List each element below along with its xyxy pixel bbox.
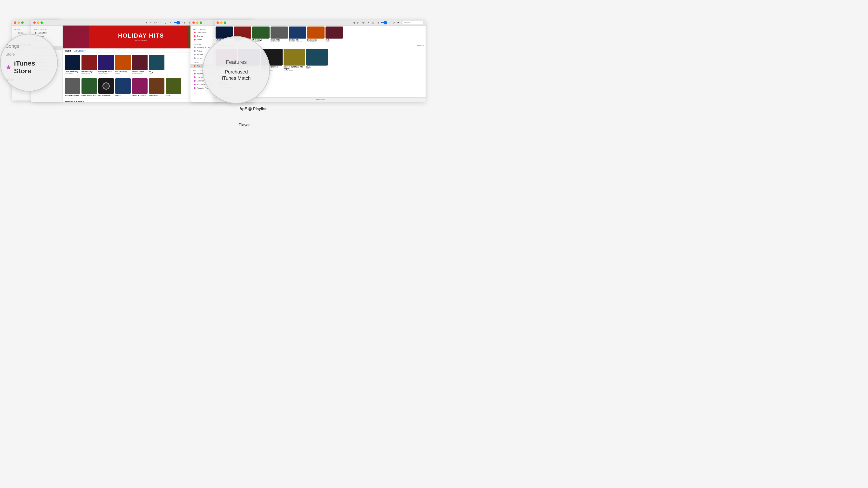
top-album-quarantunes[interactable]: Quarantunes Jason Mantis <box>307 27 324 42</box>
close-button-2[interactable] <box>33 22 36 24</box>
ape-playlist-overlay: ApE @ Playlist <box>238 106 268 111</box>
maximize-button-3[interactable] <box>199 22 202 24</box>
radio-dot-3 <box>194 39 195 40</box>
back-icon[interactable]: ◀ <box>145 22 147 24</box>
album-sonas-of-comfort[interactable]: Sonas of Comfort <box>132 78 148 96</box>
top-cover-3 <box>252 27 270 38</box>
close-button-4[interactable] <box>217 22 219 24</box>
album-cuttin-grass[interactable]: Cuttin' Grass, Vol... <box>82 78 97 96</box>
minimize-button-2[interactable] <box>37 22 39 24</box>
app2-section-apple-music: Apple Music <box>31 27 62 31</box>
album-thats-what-they-all-say[interactable]: Thats What They All Say Jack Harlow <box>65 55 80 74</box>
forward-icon[interactable]: ▶ <box>150 22 151 24</box>
purchased-dot <box>194 84 195 85</box>
volume-slider-4[interactable] <box>380 22 390 23</box>
album-we-will-always[interactable]: We Will Always Love You The Avalanches <box>132 55 148 74</box>
title-bar-4: ◀ ▶ ▶▶ ♪  ◀ ⊡ ☰ <box>215 20 426 26</box>
search-input-4[interactable] <box>402 21 424 24</box>
album-jaime[interactable]: Jaime (The... <box>149 78 164 96</box>
played-overlay: Played <box>237 123 252 128</box>
airplay-icon-4[interactable]: ⊡ <box>393 22 395 24</box>
soundtrack-cover-4 <box>283 49 305 66</box>
album-man-on-moon[interactable]: Man On the Moon <box>65 78 80 96</box>
skip-icon-4[interactable]: ▶▶ <box>362 22 365 24</box>
artists-dot <box>194 50 195 52</box>
vol-back-icon-4: ◀ <box>377 22 379 24</box>
album-cover-9 <box>98 78 114 94</box>
apple-icon-4:  <box>373 21 373 24</box>
close-button-3[interactable] <box>192 22 195 24</box>
mag-store-label: Store <box>5 52 15 57</box>
top-cover-5 <box>289 27 306 38</box>
soundtrack-saturday-night-fever[interactable]: Saturday Night Fever (The Original... Va… <box>283 49 305 71</box>
album-no-q[interactable]: No Q... Chri... <box>149 55 164 74</box>
top-album-greatest-hits-fm[interactable]: Greatest Hits Fleetwood Mac <box>271 27 288 42</box>
volume-max-icon: ▶ <box>184 22 186 24</box>
mag-itunes-match-label: iTunes Match <box>222 75 250 81</box>
minimize-button-3[interactable] <box>196 22 198 24</box>
mag-itunes-store-label: iTunes Store <box>14 60 52 75</box>
apple-icon:  <box>165 21 166 24</box>
holiday-sub: $6.99 Albums <box>118 39 164 42</box>
mag-right-content: Features Purchased iTunes Match <box>203 54 269 86</box>
album-vertigo[interactable]: Vertigo <box>115 78 131 96</box>
back-icon-4[interactable]: ◀ <box>353 22 355 24</box>
album-her-revolution[interactable]: Her Revolution / His... <box>98 78 114 96</box>
minimize-button-4[interactable] <box>220 22 222 24</box>
list-icon-4[interactable]: ☰ <box>397 22 399 24</box>
mag-purchased-label: Purchased <box>225 68 248 75</box>
album-cover-5 <box>132 55 148 70</box>
album-cover-4 <box>115 55 131 70</box>
songs-dot <box>194 57 195 59</box>
mag-playlists-label: plists <box>5 77 14 83</box>
maximize-button-1[interactable] <box>21 22 24 24</box>
maximize-button-4[interactable] <box>224 22 226 24</box>
soundtrack-cover-5 <box>306 49 328 66</box>
album-cover-13 <box>166 78 181 94</box>
listen-now-dot <box>35 32 36 34</box>
album-cover-3 <box>98 55 114 70</box>
maximize-button-2[interactable] <box>40 22 43 24</box>
music-icon: ♪ <box>16 32 17 34</box>
soundtrack-love[interactable]: Love... Vario... <box>306 49 328 71</box>
top-album-chri[interactable]: Chri... Grea... <box>326 27 343 42</box>
footer-country: United States <box>315 99 325 100</box>
top-album-greatest-hits-tp[interactable]: Greatest Hits Tom Petty & The He... <box>289 27 306 42</box>
holiday-title: HOLIDAY HITS <box>118 32 164 39</box>
album-mariah-carey[interactable]: Mariah Carey's Magical Christmas... Mari… <box>82 55 97 74</box>
albums-dot <box>194 54 195 56</box>
volume-icon: ◀ <box>169 22 171 24</box>
all-genres[interactable]: All Genres › <box>74 50 86 52</box>
top-cover-4 <box>271 27 288 38</box>
album-cyberpunk[interactable]: Cyberpunk 2077: Radio, Vol. 1... Various… <box>98 55 114 74</box>
close-button-1[interactable] <box>14 22 17 24</box>
minimize-button-1[interactable] <box>18 22 20 24</box>
skip-icon[interactable]: ▶▶ <box>154 22 157 24</box>
store-dot-3 <box>194 65 195 67</box>
see-all-soundtracks[interactable]: See All › <box>416 44 424 46</box>
sidebar-listen-now[interactable]: Listen Now <box>31 31 62 35</box>
amp-dot <box>194 73 195 74</box>
album-cover-8 <box>82 78 97 94</box>
album-cover-1 <box>65 55 80 70</box>
top-cover-7 <box>326 27 343 38</box>
mag-features-label: Features <box>226 59 247 65</box>
album-cover-10 <box>115 78 131 94</box>
listen-now-dot-3 <box>194 32 195 33</box>
music-heading: Music - <box>65 50 73 52</box>
album-feelin[interactable]: Feeli... <box>166 78 181 96</box>
browse-dot-3 <box>194 35 195 37</box>
mag-songs-label: Songs <box>5 43 19 50</box>
fwd-icon-4[interactable]: ▶ <box>357 22 359 24</box>
top-cover-6 <box>307 27 324 38</box>
mag-star-icon: ★ <box>5 63 11 71</box>
recently-added-dot <box>194 46 195 48</box>
volume-slider[interactable] <box>173 22 183 23</box>
music-note-icon: ♪ <box>160 22 161 24</box>
magnify-circle-right: Features Purchased iTunes Match <box>203 36 270 104</box>
recently-played-dot <box>194 87 195 89</box>
album-double-g-baby[interactable]: Double G Baby Hotboii <box>115 55 131 74</box>
album-cover-7 <box>65 78 80 94</box>
top-album-wednesdays[interactable]: Wednesdays Rush Adams <box>252 27 270 42</box>
album-cover-6 <box>149 55 164 70</box>
